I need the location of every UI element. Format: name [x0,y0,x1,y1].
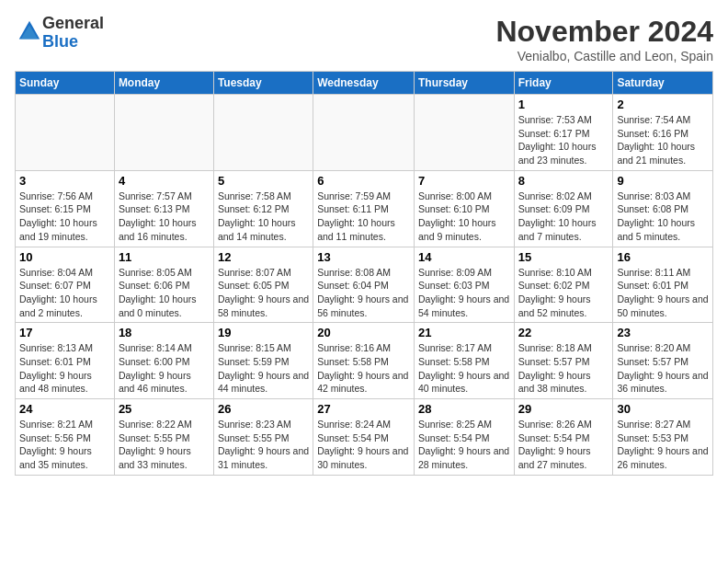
calendar-cell: 14Sunrise: 8:09 AM Sunset: 6:03 PM Dayli… [414,247,514,323]
day-number: 14 [418,250,510,264]
day-number: 2 [617,98,709,111]
week-row-3: 10Sunrise: 8:04 AM Sunset: 6:07 PM Dayli… [16,247,713,323]
day-info: Sunrise: 8:15 AM Sunset: 5:59 PM Dayligh… [218,341,309,396]
week-row-5: 24Sunrise: 8:21 AM Sunset: 5:56 PM Dayli… [16,399,713,476]
calendar-cell: 15Sunrise: 8:10 AM Sunset: 6:02 PM Dayli… [514,247,613,323]
day-info: Sunrise: 8:26 AM Sunset: 5:54 PM Dayligh… [518,418,609,472]
day-number: 18 [119,326,210,339]
day-number: 28 [418,402,510,416]
week-row-1: 1Sunrise: 7:53 AM Sunset: 6:17 PM Daylig… [16,95,713,171]
day-info: Sunrise: 8:25 AM Sunset: 5:54 PM Dayligh… [418,418,510,472]
day-info: Sunrise: 7:53 AM Sunset: 6:17 PM Dayligh… [518,113,609,167]
calendar-cell: 4Sunrise: 7:57 AM Sunset: 6:13 PM Daylig… [114,170,213,247]
day-info: Sunrise: 7:54 AM Sunset: 6:16 PM Dayligh… [617,113,709,167]
calendar-cell: 11Sunrise: 8:05 AM Sunset: 6:06 PM Dayli… [114,247,213,323]
calendar-cell: 2Sunrise: 7:54 AM Sunset: 6:16 PM Daylig… [613,95,713,171]
day-number: 17 [19,326,110,339]
calendar-cell: 12Sunrise: 8:07 AM Sunset: 6:05 PM Dayli… [213,247,313,323]
day-info: Sunrise: 7:57 AM Sunset: 6:13 PM Dayligh… [119,190,210,244]
day-number: 3 [19,174,110,188]
day-number: 29 [518,402,609,416]
month-title: November 2024 [495,15,713,49]
day-info: Sunrise: 8:20 AM Sunset: 5:57 PM Dayligh… [617,341,709,396]
calendar-cell: 3Sunrise: 7:56 AM Sunset: 6:15 PM Daylig… [16,170,115,247]
calendar-cell: 28Sunrise: 8:25 AM Sunset: 5:54 PM Dayli… [414,399,514,476]
day-number: 23 [617,326,709,339]
day-info: Sunrise: 7:59 AM Sunset: 6:11 PM Dayligh… [317,190,410,244]
location: Venialbo, Castille and Leon, Spain [495,49,713,63]
calendar-cell: 23Sunrise: 8:20 AM Sunset: 5:57 PM Dayli… [613,323,713,399]
calendar-cell: 9Sunrise: 8:03 AM Sunset: 6:08 PM Daylig… [613,170,713,247]
calendar-cell: 27Sunrise: 8:24 AM Sunset: 5:54 PM Dayli… [313,399,415,476]
day-info: Sunrise: 8:13 AM Sunset: 6:01 PM Dayligh… [19,341,110,396]
day-number: 7 [418,174,510,188]
day-number: 13 [317,250,410,264]
day-number: 12 [218,250,309,264]
weekday-header-saturday: Saturday [613,72,713,95]
day-info: Sunrise: 8:09 AM Sunset: 6:03 PM Dayligh… [418,266,510,320]
calendar-cell: 21Sunrise: 8:17 AM Sunset: 5:58 PM Dayli… [414,323,514,399]
day-number: 22 [518,326,609,339]
calendar-cell: 13Sunrise: 8:08 AM Sunset: 6:04 PM Dayli… [313,247,415,323]
day-number: 8 [518,174,609,188]
weekday-header-tuesday: Tuesday [213,72,313,95]
day-number: 19 [218,326,309,339]
calendar-cell: 17Sunrise: 8:13 AM Sunset: 6:01 PM Dayli… [16,323,115,399]
calendar-cell: 18Sunrise: 8:14 AM Sunset: 6:00 PM Dayli… [114,323,213,399]
day-info: Sunrise: 8:24 AM Sunset: 5:54 PM Dayligh… [317,418,410,472]
calendar-cell [414,95,514,171]
day-info: Sunrise: 7:58 AM Sunset: 6:12 PM Dayligh… [218,190,309,244]
day-number: 4 [119,174,210,188]
day-info: Sunrise: 8:02 AM Sunset: 6:09 PM Dayligh… [518,190,609,244]
calendar-cell [313,95,415,171]
calendar-cell [16,95,115,171]
day-info: Sunrise: 8:03 AM Sunset: 6:08 PM Dayligh… [617,190,709,244]
day-number: 6 [317,174,410,188]
day-info: Sunrise: 8:08 AM Sunset: 6:04 PM Dayligh… [317,266,410,320]
calendar-cell [114,95,213,171]
weekday-header-thursday: Thursday [414,72,514,95]
calendar-cell: 26Sunrise: 8:23 AM Sunset: 5:55 PM Dayli… [213,399,313,476]
day-info: Sunrise: 8:17 AM Sunset: 5:58 PM Dayligh… [418,341,510,396]
weekday-header-friday: Friday [514,72,613,95]
day-number: 21 [418,326,510,339]
day-info: Sunrise: 8:23 AM Sunset: 5:55 PM Dayligh… [218,418,309,472]
week-row-2: 3Sunrise: 7:56 AM Sunset: 6:15 PM Daylig… [16,170,713,247]
day-number: 1 [518,98,609,111]
calendar-cell: 8Sunrise: 8:02 AM Sunset: 6:09 PM Daylig… [514,170,613,247]
calendar-cell: 1Sunrise: 7:53 AM Sunset: 6:17 PM Daylig… [514,95,613,171]
weekday-header-sunday: Sunday [16,72,115,95]
page-header: General Blue November 2024 Venialbo, Cas… [15,15,713,63]
logo-icon [17,18,42,44]
day-info: Sunrise: 8:11 AM Sunset: 6:01 PM Dayligh… [617,266,709,320]
day-info: Sunrise: 8:22 AM Sunset: 5:55 PM Dayligh… [119,418,210,472]
day-info: Sunrise: 7:56 AM Sunset: 6:15 PM Dayligh… [19,190,110,244]
calendar-cell: 24Sunrise: 8:21 AM Sunset: 5:56 PM Dayli… [16,399,115,476]
logo-text: General Blue [42,15,104,52]
day-info: Sunrise: 8:07 AM Sunset: 6:05 PM Dayligh… [218,266,309,320]
day-info: Sunrise: 8:10 AM Sunset: 6:02 PM Dayligh… [518,266,609,320]
calendar-cell: 20Sunrise: 8:16 AM Sunset: 5:58 PM Dayli… [313,323,415,399]
day-info: Sunrise: 8:05 AM Sunset: 6:06 PM Dayligh… [119,266,210,320]
day-number: 10 [19,250,110,264]
day-number: 24 [19,402,110,416]
day-info: Sunrise: 8:16 AM Sunset: 5:58 PM Dayligh… [317,341,410,396]
logo: General Blue [15,15,104,52]
calendar-cell: 30Sunrise: 8:27 AM Sunset: 5:53 PM Dayli… [613,399,713,476]
day-info: Sunrise: 8:04 AM Sunset: 6:07 PM Dayligh… [19,266,110,320]
title-area: November 2024 Venialbo, Castille and Leo… [495,15,713,63]
day-number: 25 [119,402,210,416]
calendar-cell [213,95,313,171]
day-info: Sunrise: 8:18 AM Sunset: 5:57 PM Dayligh… [518,341,609,396]
day-number: 11 [119,250,210,264]
calendar-cell: 25Sunrise: 8:22 AM Sunset: 5:55 PM Dayli… [114,399,213,476]
day-number: 26 [218,402,309,416]
calendar-table: SundayMondayTuesdayWednesdayThursdayFrid… [15,71,713,476]
day-number: 9 [617,174,709,188]
week-row-4: 17Sunrise: 8:13 AM Sunset: 6:01 PM Dayli… [16,323,713,399]
weekday-header-wednesday: Wednesday [313,72,415,95]
day-info: Sunrise: 8:00 AM Sunset: 6:10 PM Dayligh… [418,190,510,244]
calendar-cell: 19Sunrise: 8:15 AM Sunset: 5:59 PM Dayli… [213,323,313,399]
day-number: 16 [617,250,709,264]
day-number: 5 [218,174,309,188]
